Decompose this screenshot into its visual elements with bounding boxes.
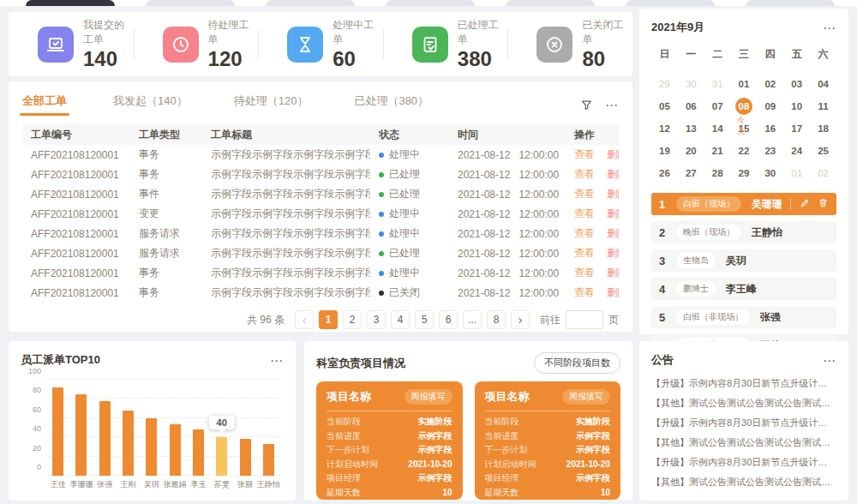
announcement-item[interactable]: 【其他】测试公告测试公告测试公告测试公告测试公告 <box>651 393 836 413</box>
calendar-day[interactable]: 21 <box>704 140 731 162</box>
more-icon[interactable]: ⋯ <box>823 21 836 34</box>
bar[interactable] <box>123 411 134 476</box>
calendar-day[interactable]: 29 <box>731 162 758 184</box>
delete-link[interactable]: 删除 <box>607 187 619 201</box>
bar[interactable] <box>216 437 227 476</box>
calendar-day[interactable]: 22 <box>731 140 758 162</box>
announcement-item[interactable]: 【升级】示例内容8月30日新节点升级计划通知 <box>651 374 836 393</box>
workorder-tab[interactable]: 已处理（380） <box>354 93 428 116</box>
browser-tab-active[interactable] <box>26 0 115 6</box>
bar[interactable] <box>99 401 111 476</box>
page-button[interactable]: 6 <box>439 310 458 329</box>
page-button[interactable]: 8 <box>487 310 506 329</box>
table-row[interactable]: AFF202108120001 事务 示例字段示例字段示例字段示例字段示例字段 … <box>22 263 619 283</box>
calendar-day[interactable]: 23 <box>757 140 783 162</box>
page-button[interactable]: 5 <box>415 310 434 329</box>
stage-count-button[interactable]: 不同阶段项目数 <box>534 352 620 374</box>
page-button[interactable]: 3 <box>367 310 386 329</box>
calendar-day[interactable]: 28 <box>704 162 731 184</box>
view-link[interactable]: 查看 <box>574 266 595 280</box>
calendar-day[interactable]: 12 <box>651 117 678 140</box>
workorder-tab[interactable]: 我发起（140） <box>113 93 188 116</box>
browser-tab[interactable] <box>266 0 355 6</box>
page-button[interactable]: 4 <box>391 310 410 329</box>
view-link[interactable]: 查看 <box>574 246 595 261</box>
browser-tab[interactable] <box>746 0 835 6</box>
bar[interactable] <box>240 439 251 476</box>
browser-tab[interactable] <box>386 0 475 6</box>
shift-row[interactable]: 4 鹏博士 李王峰 <box>651 278 836 300</box>
calendar-day-today[interactable]: 08今天 <box>731 95 758 117</box>
calendar-day[interactable]: 13 <box>678 117 704 140</box>
delete-link[interactable]: 删除 <box>607 226 619 241</box>
calendar-day[interactable]: 16 <box>757 117 783 140</box>
calendar-day[interactable]: 10 <box>783 95 810 117</box>
calendar-day[interactable]: 30 <box>757 162 783 184</box>
view-link[interactable]: 查看 <box>574 187 595 201</box>
table-row[interactable]: AFF202108120001 服务请求 示例字段示例字段示例字段示例字段示例字… <box>22 224 619 243</box>
delete-link[interactable]: 删除 <box>607 285 619 300</box>
delete-shift-icon[interactable] <box>818 196 829 212</box>
announcement-item[interactable]: 【升级】示例内容8月30日新节点升级计划通知 <box>651 453 836 472</box>
calendar-day[interactable]: 07 <box>704 95 731 117</box>
calendar-day[interactable]: 19 <box>651 140 678 162</box>
table-row[interactable]: AFF202108120001 事件 示例字段示例字段示例字段示例字段示例字段 … <box>22 184 619 204</box>
workorder-tab[interactable]: 待处理（120） <box>234 93 309 116</box>
table-row[interactable]: AFF202108120001 事务 示例字段示例字段示例字段示例字段示例字段 … <box>22 283 619 303</box>
announcement-item[interactable]: 【升级】示例内容8月30日新节点升级计划通知 <box>651 413 836 433</box>
calendar-day[interactable]: 26 <box>651 162 678 184</box>
bar[interactable] <box>263 444 274 476</box>
table-row[interactable]: AFF202108120001 变更 示例字段示例字段示例字段示例字段示例字段 … <box>22 204 619 224</box>
calendar-day[interactable]: 05 <box>651 95 678 117</box>
announcement-item[interactable]: 【其他】测试公告测试公告测试公告测试公告测试公告 <box>651 433 836 453</box>
goto-page-input[interactable] <box>566 310 603 329</box>
delete-link[interactable]: 删除 <box>607 167 619 182</box>
page-button[interactable]: 2 <box>343 310 362 329</box>
delete-link[interactable]: 删除 <box>607 246 619 261</box>
calendar-day[interactable]: 04 <box>810 73 836 95</box>
calendar-day[interactable]: 06 <box>678 95 704 117</box>
delete-link[interactable]: 删除 <box>607 147 619 162</box>
table-row[interactable]: AFF202108120001 服务请求 示例字段示例字段示例字段示例字段示例字… <box>22 243 619 263</box>
calendar-day[interactable]: 02 <box>810 162 836 184</box>
view-link[interactable]: 查看 <box>574 167 595 182</box>
calendar-day[interactable]: 09 <box>757 95 783 117</box>
calendar-day[interactable]: 31 <box>704 73 731 95</box>
bar[interactable] <box>75 394 87 476</box>
calendar-day[interactable]: 29 <box>651 73 678 95</box>
view-link[interactable]: 查看 <box>574 207 595 221</box>
page-button[interactable]: ... <box>463 310 482 329</box>
more-icon[interactable]: ⋯ <box>823 354 836 367</box>
calendar-day[interactable]: 03 <box>783 73 810 95</box>
shift-row[interactable]: 3 生物岛 吴玥 <box>651 249 836 272</box>
shift-row[interactable]: 2 晚班（现场） 王静怡 <box>651 221 836 243</box>
calendar-day[interactable]: 17 <box>783 117 810 140</box>
calendar-day[interactable]: 02 <box>757 73 783 95</box>
announcement-item[interactable]: 【其他】测试公告测试公告测试公告测试公告测试公告 <box>651 472 836 492</box>
calendar-day[interactable]: 24 <box>783 140 810 162</box>
more-icon[interactable]: ⋯ <box>605 99 619 111</box>
edit-shift-icon[interactable] <box>800 196 811 212</box>
calendar-day[interactable]: 11 <box>810 95 836 117</box>
table-row[interactable]: AFF202108120001 事务 示例字段示例字段示例字段示例字段示例字段 … <box>22 145 619 165</box>
view-link[interactable]: 查看 <box>574 226 595 241</box>
bar[interactable] <box>193 429 204 476</box>
more-icon[interactable]: ⋯ <box>270 354 284 367</box>
calendar-day[interactable]: 25 <box>810 140 836 162</box>
table-row[interactable]: AFF202108120001 事务 示例字段示例字段示例字段示例字段示例字段 … <box>22 165 619 184</box>
calendar-day[interactable]: 30 <box>678 73 704 95</box>
shift-row[interactable]: 1 白班（现场） 吴珊珊 <box>651 193 836 215</box>
calendar-day[interactable]: 18 <box>810 117 836 140</box>
browser-tab[interactable] <box>626 0 715 6</box>
weekly-report-button[interactable]: 周报填写 <box>562 389 610 405</box>
calendar-day[interactable]: 01 <box>783 162 810 184</box>
shift-row[interactable]: 5 白班（非现场） 张强 <box>651 306 836 328</box>
filter-icon[interactable] <box>580 99 593 111</box>
view-link[interactable]: 查看 <box>574 147 595 162</box>
browser-tab[interactable] <box>146 0 235 6</box>
bar[interactable] <box>52 387 63 476</box>
page-button[interactable]: 1 <box>319 310 338 329</box>
calendar-day[interactable]: 20 <box>678 140 704 162</box>
bar[interactable] <box>146 418 157 476</box>
workorder-tab[interactable]: 全部工单 <box>22 93 67 116</box>
